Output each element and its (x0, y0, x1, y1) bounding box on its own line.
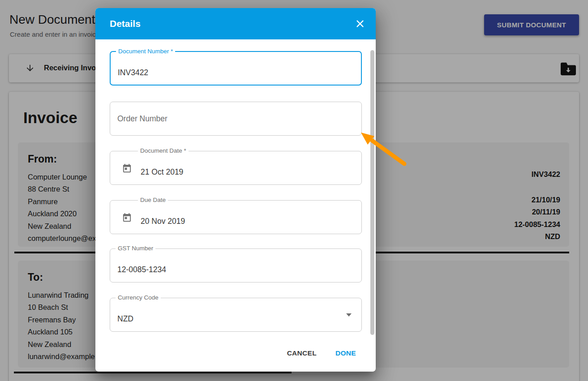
modal-scrollbar[interactable] (370, 50, 374, 335)
dialog-header: Details (95, 8, 376, 39)
document-date-label: Document Date * (138, 147, 189, 154)
calendar-icon (122, 163, 132, 174)
due-date-value: 20 Nov 2019 (141, 217, 185, 226)
dialog-title: Details (110, 18, 141, 29)
gst-number-field[interactable]: GST Number 12-0085-1234 (110, 248, 362, 283)
due-date-label: Due Date (138, 197, 168, 203)
gst-number-value: 12-0085-1234 (117, 265, 166, 274)
dropdown-caret-icon (346, 313, 352, 317)
done-button[interactable]: DONE (329, 345, 362, 362)
document-number-value: INV3422 (118, 68, 148, 77)
cancel-button[interactable]: CANCEL (281, 345, 323, 362)
order-number-placeholder: Order Number (117, 102, 167, 135)
close-icon[interactable] (355, 19, 365, 29)
document-date-field[interactable]: Document Date * 21 Oct 2019 (110, 151, 362, 185)
document-date-value: 21 Oct 2019 (141, 167, 183, 177)
due-date-field[interactable]: Due Date 20 Nov 2019 (110, 200, 362, 234)
document-number-label: Document Number * (116, 48, 175, 55)
gst-number-label: GST Number (116, 245, 155, 252)
currency-code-label: Currency Code (116, 294, 161, 301)
screen: New Document Create and enter in an invo… (0, 0, 588, 381)
calendar-icon (122, 213, 132, 223)
order-number-field[interactable]: Order Number (110, 102, 362, 136)
currency-code-value: NZD (117, 314, 133, 324)
document-number-field[interactable]: Document Number * INV3422 (110, 51, 362, 86)
dialog-actions: CANCEL DONE (281, 345, 362, 362)
currency-code-select[interactable]: Currency Code NZD (110, 298, 362, 332)
details-dialog: Details Document Number * INV3422 Order … (95, 8, 376, 372)
